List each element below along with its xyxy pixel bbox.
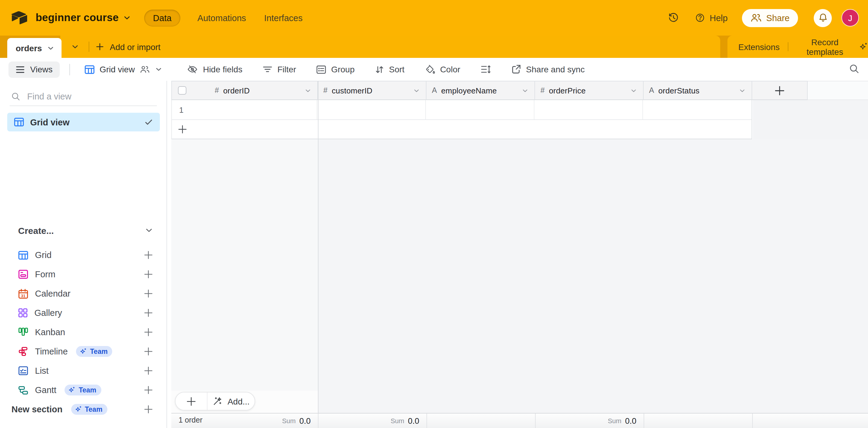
field-header-orderPrice[interactable]: # orderPrice: [535, 81, 644, 100]
add-field-button[interactable]: [752, 81, 808, 100]
color-button[interactable]: Color: [424, 61, 460, 77]
summary-value: 0.0: [625, 416, 637, 425]
views-button[interactable]: Views: [8, 61, 60, 77]
cell-orderID[interactable]: [197, 100, 317, 119]
add-record-pill: Add...: [175, 392, 255, 410]
sparkle-icon: [68, 386, 76, 394]
team-badge-label: Team: [90, 348, 108, 355]
summary-value: 0.0: [408, 416, 419, 425]
notifications-button[interactable]: [814, 9, 832, 27]
table-list-dropdown[interactable]: [71, 36, 79, 58]
team-badge-label: Team: [85, 406, 102, 413]
row-height-button[interactable]: [480, 61, 491, 77]
group-icon: [316, 65, 326, 74]
create-item-new-section[interactable]: New section Team: [0, 400, 166, 419]
create-item-list[interactable]: List: [0, 361, 166, 381]
group-button[interactable]: Group: [316, 61, 355, 77]
cell-orderStatus[interactable]: [643, 100, 751, 119]
airtable-logo[interactable]: [11, 11, 27, 25]
sort-button[interactable]: Sort: [375, 61, 404, 77]
grid-view-canvas: # orderID # customerID A employeeName: [171, 81, 868, 413]
eye-slash-icon: [187, 65, 198, 74]
field-name: orderPrice: [549, 86, 630, 95]
chevron-down-icon[interactable]: [47, 44, 54, 52]
create-item-form[interactable]: Form: [0, 265, 166, 284]
current-view-button[interactable]: Grid view: [80, 61, 167, 77]
add-timeline-view-button[interactable]: [144, 347, 153, 356]
chevron-down-icon[interactable]: [630, 87, 637, 94]
divider: [318, 414, 318, 428]
history-icon[interactable]: [668, 12, 680, 24]
grid-view-icon: [18, 251, 28, 260]
add-grid-view-button[interactable]: [144, 250, 153, 260]
hide-fields-button[interactable]: Hide fields: [187, 61, 243, 77]
select-all-checkbox[interactable]: [178, 86, 186, 95]
table-name: orders: [16, 43, 42, 53]
timeline-view-icon: [18, 347, 28, 356]
add-section-button[interactable]: [144, 404, 153, 414]
chevron-down-icon: [123, 14, 131, 22]
chevron-down-icon[interactable]: [413, 87, 420, 94]
header-filler: [808, 81, 868, 100]
add-gallery-view-button[interactable]: [144, 308, 153, 318]
user-avatar[interactable]: J: [841, 9, 859, 27]
tab-interfaces[interactable]: Interfaces: [263, 9, 304, 26]
add-record-row[interactable]: [171, 120, 752, 139]
add-list-view-button[interactable]: [144, 366, 153, 375]
create-item-calendar[interactable]: 31 Calendar: [0, 284, 166, 303]
field-header-orderID[interactable]: # orderID: [171, 81, 318, 100]
tab-data[interactable]: Data: [144, 9, 180, 26]
add-with-ai-button[interactable]: Add...: [208, 392, 254, 410]
add-form-view-button[interactable]: [144, 269, 153, 279]
help-button[interactable]: Help: [695, 13, 728, 23]
search-icon[interactable]: [849, 63, 860, 74]
record-templates-button[interactable]: Record templates: [795, 36, 868, 58]
tab-automations[interactable]: Automations: [196, 9, 247, 26]
filter-button[interactable]: Filter: [262, 61, 296, 77]
number-field-icon: #: [323, 86, 328, 95]
field-header-employeeName[interactable]: A employeeName: [427, 81, 535, 100]
table-tab-orders[interactable]: orders: [7, 38, 61, 58]
chevron-down-icon[interactable]: [305, 87, 311, 94]
team-badge: Team: [76, 346, 113, 357]
create-label: Create...: [18, 225, 145, 235]
create-item-grid[interactable]: Grid: [0, 245, 166, 265]
create-item-gantt[interactable]: Gantt Team: [0, 381, 166, 400]
find-view-search[interactable]: Find a view: [10, 88, 157, 106]
field-header-orderStatus[interactable]: A orderStatus: [644, 81, 752, 100]
record-row-1[interactable]: 1: [171, 100, 752, 120]
add-or-import-button[interactable]: Add or import: [95, 36, 160, 58]
add-gantt-view-button[interactable]: [144, 385, 153, 395]
summary-customerID[interactable]: Sum 0.0: [391, 414, 419, 428]
share-and-sync-button[interactable]: Share and sync: [511, 61, 585, 77]
sort-icon: [375, 65, 384, 74]
team-badge: Team: [71, 404, 107, 415]
chevron-down-icon[interactable]: [522, 87, 528, 94]
text-field-icon: A: [432, 86, 437, 95]
extensions-button[interactable]: Extensions: [738, 36, 780, 58]
create-section-header[interactable]: Create...: [0, 223, 166, 237]
summary-label: Sum: [608, 417, 621, 424]
add-calendar-view-button[interactable]: [144, 289, 153, 298]
create-item-kanban[interactable]: Kanban: [0, 323, 166, 342]
add-record-button[interactable]: [176, 392, 207, 410]
gantt-view-icon: [18, 386, 28, 395]
share-button[interactable]: Share: [742, 9, 798, 27]
team-badge: Team: [65, 385, 101, 395]
workspace-menu[interactable]: beginner course: [36, 11, 131, 24]
create-item-timeline[interactable]: Timeline Team: [0, 342, 166, 361]
chevron-down-icon[interactable]: [739, 87, 746, 94]
cell-orderPrice[interactable]: [534, 100, 643, 119]
sidebar-view-item-grid-view[interactable]: Grid view: [7, 113, 160, 131]
field-header-customerID[interactable]: # customerID: [318, 81, 427, 100]
cell-employeeName[interactable]: [426, 100, 534, 119]
summary-orderPrice[interactable]: Sum 0.0: [608, 414, 637, 428]
cell-customerID[interactable]: [317, 100, 426, 119]
avatar-initial: J: [848, 13, 852, 23]
create-item-gallery[interactable]: Gallery: [0, 303, 166, 323]
create-item-label: Timeline: [35, 347, 68, 356]
summary-orderID[interactable]: Sum 0.0: [282, 414, 311, 428]
add-kanban-view-button[interactable]: [144, 327, 153, 337]
grid-view-icon: [14, 118, 24, 127]
add-button-label: Add...: [227, 396, 249, 406]
